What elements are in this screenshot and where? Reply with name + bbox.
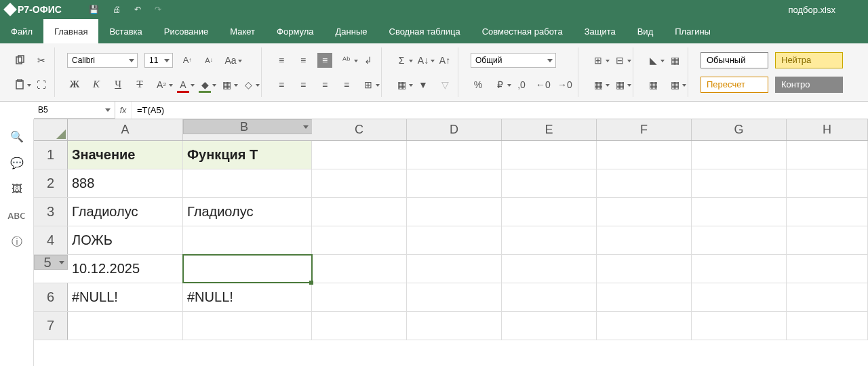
font-size-select[interactable]: 11: [144, 53, 173, 68]
undo-icon[interactable]: ↶: [134, 5, 141, 14]
menu-draw[interactable]: Рисование: [153, 19, 219, 43]
format-cells-icon[interactable]: ▦: [591, 77, 606, 92]
align-top-icon[interactable]: ≡: [274, 53, 289, 68]
cell-G4[interactable]: [692, 226, 787, 254]
cell-C6[interactable]: [312, 283, 407, 311]
align-left-icon[interactable]: ≡: [274, 77, 289, 92]
cell-E7[interactable]: [502, 312, 597, 340]
decrease-font-icon[interactable]: A↓: [201, 53, 216, 68]
borders-button[interactable]: ▦: [219, 77, 234, 92]
select-all-corner[interactable]: [34, 119, 68, 140]
cell-B1[interactable]: Функция T: [183, 141, 312, 169]
row-header[interactable]: 1: [34, 141, 68, 169]
menu-collab[interactable]: Совместная работа: [471, 19, 574, 43]
decrease-decimal-icon[interactable]: ←0: [536, 77, 551, 92]
col-header-G[interactable]: G: [692, 119, 787, 140]
cell-A7[interactable]: [68, 312, 183, 340]
clear-format-button[interactable]: ◇: [241, 77, 256, 92]
col-header-A[interactable]: A: [68, 119, 183, 140]
formula-input[interactable]: =T(A5): [132, 102, 868, 119]
save-icon[interactable]: 💾: [89, 5, 99, 14]
menu-protect[interactable]: Защита: [574, 19, 627, 43]
style-normal[interactable]: Обычный: [701, 52, 768, 68]
cell-D6[interactable]: [407, 283, 502, 311]
font-name-select[interactable]: Calibri: [67, 53, 138, 68]
col-header-B[interactable]: B: [183, 119, 312, 134]
cell-F1[interactable]: [597, 141, 692, 169]
orientation-icon[interactable]: ᴬᵇ: [339, 53, 354, 68]
align-right-icon[interactable]: ≡: [317, 77, 332, 92]
menu-data[interactable]: Данные: [325, 19, 378, 43]
copy-icon[interactable]: [12, 53, 27, 68]
cell-E4[interactable]: [502, 226, 597, 254]
italic-button[interactable]: К: [89, 77, 104, 92]
fx-icon[interactable]: fx: [115, 102, 132, 119]
align-center-icon[interactable]: ≡: [296, 77, 311, 92]
insert-table-icon[interactable]: ▦: [667, 77, 682, 92]
cell-F6[interactable]: [597, 283, 692, 311]
format-as-table-icon[interactable]: ▦: [667, 53, 682, 68]
menu-formula[interactable]: Формула: [266, 19, 324, 43]
cell-H4[interactable]: [787, 226, 868, 254]
cell-B4[interactable]: [183, 226, 312, 254]
strike-button[interactable]: Т: [132, 77, 147, 92]
cell-G6[interactable]: [692, 283, 787, 311]
cell-G5[interactable]: [692, 255, 787, 283]
select-icon[interactable]: ⛶: [34, 77, 49, 92]
cond-format-icon[interactable]: ◣: [646, 53, 660, 68]
align-middle-icon[interactable]: ≡: [296, 53, 311, 68]
cell-F3[interactable]: [597, 198, 692, 226]
name-box[interactable]: B5: [34, 102, 115, 119]
cell-H3[interactable]: [787, 198, 868, 226]
paste-icon[interactable]: [12, 77, 27, 92]
cell-style-icon[interactable]: ▦: [646, 77, 660, 92]
wrap-text-icon[interactable]: ↲: [361, 53, 376, 68]
align-bottom-icon[interactable]: ≡: [317, 53, 332, 68]
increase-decimal-icon[interactable]: →0: [557, 77, 572, 92]
cell-E3[interactable]: [502, 198, 597, 226]
bold-button[interactable]: Ж: [67, 77, 82, 92]
cell-D1[interactable]: [407, 141, 502, 169]
subscript-button[interactable]: A2: [154, 77, 169, 92]
clear-filter-icon[interactable]: ▽: [437, 77, 452, 92]
cell-E5[interactable]: [502, 255, 597, 283]
cell-E2[interactable]: [502, 169, 597, 197]
cell-C2[interactable]: [312, 169, 407, 197]
cell-F5[interactable]: [597, 255, 692, 283]
menu-pivot[interactable]: Сводная таблица: [378, 19, 471, 43]
row-header[interactable]: 4: [34, 226, 68, 254]
cut-icon[interactable]: ✂: [34, 53, 49, 68]
row-header[interactable]: 6: [34, 283, 68, 311]
sort-desc-icon[interactable]: A↑: [437, 53, 452, 68]
increase-font-icon[interactable]: A↑: [180, 53, 195, 68]
print-icon[interactable]: 🖨: [113, 5, 121, 14]
menu-insert[interactable]: Вставка: [98, 19, 153, 43]
menu-view[interactable]: Вид: [627, 19, 665, 43]
cell-G2[interactable]: [692, 169, 787, 197]
autosum-icon[interactable]: Σ: [394, 53, 409, 68]
comma-style-icon[interactable]: ,0: [514, 77, 529, 92]
number-format-select[interactable]: Общий: [471, 53, 556, 68]
cell-C4[interactable]: [312, 226, 407, 254]
cell-G1[interactable]: [692, 141, 787, 169]
change-case-icon[interactable]: Aa: [223, 53, 238, 68]
insert-cells-icon[interactable]: ⊞: [591, 53, 606, 68]
fill-down-icon[interactable]: ▦: [394, 77, 409, 92]
cell-C1[interactable]: [312, 141, 407, 169]
row-header[interactable]: 5: [34, 255, 68, 270]
cell-D3[interactable]: [407, 198, 502, 226]
cell-B2[interactable]: [183, 169, 312, 197]
col-header-F[interactable]: F: [597, 119, 692, 140]
cell-F2[interactable]: [597, 169, 692, 197]
col-header-D[interactable]: D: [407, 119, 502, 140]
cell-A5[interactable]: 10.12.2025: [68, 255, 183, 283]
cell-B7[interactable]: [183, 312, 312, 340]
cell-D4[interactable]: [407, 226, 502, 254]
cell-G3[interactable]: [692, 198, 787, 226]
search-icon[interactable]: 🔍: [10, 130, 24, 143]
cell-C7[interactable]: [312, 312, 407, 340]
percent-icon[interactable]: %: [471, 77, 486, 92]
underline-button[interactable]: Ч: [111, 77, 125, 92]
style-calc[interactable]: Пересчет: [701, 77, 768, 93]
spellcheck-icon[interactable]: ᴀʙᴄ: [7, 209, 26, 222]
